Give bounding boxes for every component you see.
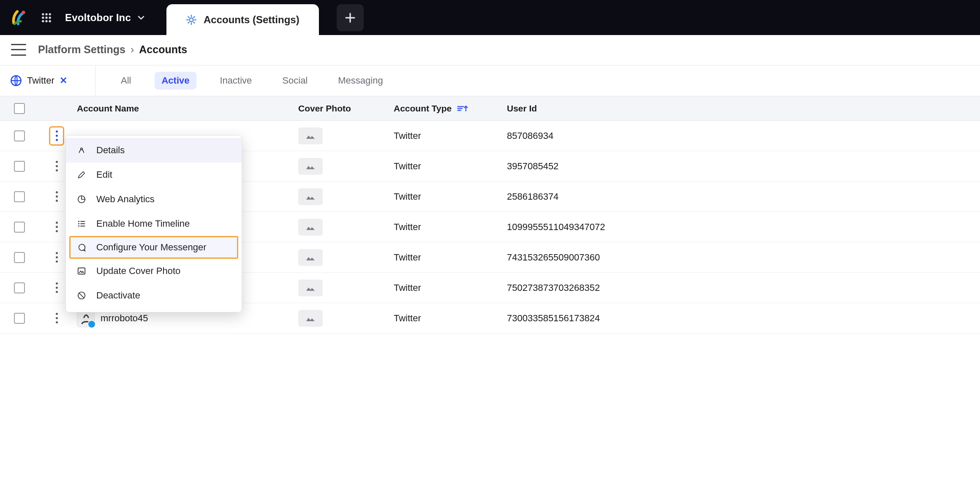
user-id: 743153265509007360 [504,252,811,263]
tab-accounts-settings[interactable]: Accounts (Settings) [166,4,319,35]
row-checkbox[interactable] [14,130,25,141]
ctx-configure-messenger[interactable]: Configure Your Messenger [69,236,238,259]
row-actions-menu-icon[interactable] [50,127,63,144]
chevron-right-icon: › [131,43,134,56]
select-all-checkbox[interactable] [14,103,25,114]
ctx-deactivate[interactable]: Deactivate [66,283,242,308]
svg-point-5 [45,16,47,19]
scope-tab-inactive[interactable]: Inactive [213,72,259,89]
user-id: 857086934 [504,130,811,141]
row-checkbox[interactable] [14,313,25,324]
user-id: 730033585156173824 [504,313,811,324]
col-cover-photo[interactable]: Cover Photo [296,103,391,114]
svg-point-3 [49,13,51,15]
ctx-update-cover-photo[interactable]: Update Cover Photo [66,259,242,283]
svg-line-24 [79,293,84,298]
hamburger-menu-icon[interactable] [11,44,26,56]
cover-photo-thumb-icon[interactable] [298,249,323,266]
scope-tabs: All Active Inactive Social Messaging [95,72,408,89]
row-checkbox[interactable] [14,191,25,202]
app-topbar: Evoltobor Inc Accounts (Settings) [0,0,980,35]
apps-grid-icon[interactable] [37,8,56,27]
ctx-details[interactable]: Details [66,138,242,163]
col-user-id[interactable]: User Id [504,103,811,114]
row-actions-menu-icon[interactable] [50,249,63,266]
ctx-edit[interactable]: Edit [66,163,242,187]
row-checkbox[interactable] [14,222,25,233]
scope-tab-messaging[interactable]: Messaging [331,72,389,89]
row-context-menu: Details Edit Web Analytics Enable Home T… [65,135,242,312]
channel-filter-label: Twitter [27,75,54,86]
image-icon [76,266,87,277]
svg-point-7 [42,20,44,22]
breadcrumb-current: Accounts [139,43,187,56]
svg-point-2 [45,13,47,15]
svg-point-16 [78,221,79,222]
scope-tab-active[interactable]: Active [155,72,196,89]
user-id: 2586186374 [504,191,811,202]
tab-label: Accounts (Settings) [204,14,299,26]
row-actions-menu-icon[interactable] [50,219,63,236]
chat-icon [76,242,87,253]
row-actions-menu-icon[interactable] [50,188,63,205]
account-type: Twitter [391,222,504,233]
row-actions-menu-icon[interactable] [50,158,63,175]
svg-point-18 [78,225,79,227]
account-type: Twitter [391,130,504,141]
svg-point-8 [45,20,47,22]
scope-tab-all[interactable]: All [114,72,138,89]
cover-photo-thumb-icon[interactable] [298,219,323,236]
user-id: 3957085452 [504,161,811,172]
row-actions-menu-icon[interactable] [50,310,63,327]
list-icon [76,218,87,229]
cover-photo-thumb-icon[interactable] [298,158,323,175]
channel-filter-chip: Twitter ✕ [0,65,95,96]
row-checkbox[interactable] [14,161,25,172]
account-type: Twitter [391,252,504,263]
svg-point-10 [190,18,193,22]
gear-icon [186,14,197,25]
cover-photo-thumb-icon[interactable] [298,279,323,296]
account-type: Twitter [391,282,504,293]
ban-icon [76,290,87,301]
remove-filter-icon[interactable]: ✕ [60,75,67,86]
account-type: Twitter [391,313,504,324]
svg-point-0 [22,11,25,14]
table-header: Account Name Cover Photo Account Type Us… [0,96,980,121]
cover-photo-thumb-icon[interactable] [298,188,323,205]
col-account-type[interactable]: Account Type [391,103,504,114]
cover-photo-thumb-icon[interactable] [298,310,323,327]
breadcrumb: Platform Settings › Accounts [38,43,187,56]
account-name: mrroboto45 [101,313,148,324]
row-checkbox[interactable] [14,252,25,263]
brand-logo-icon [10,9,28,27]
user-id: 750273873703268352 [504,282,811,293]
svg-point-4 [42,16,44,19]
cover-photo-thumb-icon[interactable] [298,127,323,144]
svg-point-6 [49,16,51,19]
pencil-icon [76,169,87,180]
details-icon [76,145,87,156]
ctx-enable-home-timeline[interactable]: Enable Home Timeline [66,212,242,236]
account-type: Twitter [391,191,504,202]
user-id: 1099955511049347072 [504,222,811,233]
breadcrumb-bar: Platform Settings › Accounts [0,35,980,65]
svg-point-1 [42,13,44,15]
ctx-web-analytics[interactable]: Web Analytics [66,187,242,212]
col-account-name[interactable]: Account Name [74,103,296,114]
svg-rect-22 [78,268,85,274]
org-switcher[interactable]: Evoltobor Inc [65,12,145,24]
add-tab-button[interactable] [337,4,364,31]
filter-row: Twitter ✕ All Active Inactive Social Mes… [0,65,980,96]
breadcrumb-parent[interactable]: Platform Settings [38,43,125,56]
globe-icon [10,75,22,87]
account-type: Twitter [391,161,504,172]
pie-chart-icon [76,194,87,205]
sort-ascending-icon [457,105,468,112]
row-actions-menu-icon[interactable] [50,279,63,296]
row-checkbox[interactable] [14,282,25,293]
chevron-down-icon [137,14,145,22]
org-name: Evoltobor Inc [65,12,131,24]
scope-tab-social[interactable]: Social [275,72,314,89]
svg-point-17 [78,223,79,225]
